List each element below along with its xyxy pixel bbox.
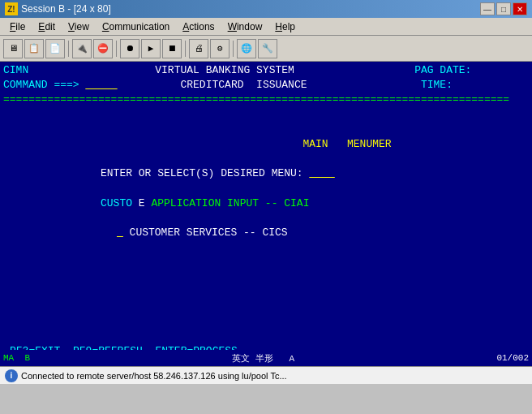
minimize-button[interactable]: — (480, 2, 495, 15)
terminal-blank1 (3, 108, 529, 123)
toolbar-sep2 (116, 41, 117, 57)
toolbar-globe[interactable]: 🌐 (237, 39, 256, 58)
bottom-left: MA B (3, 353, 30, 363)
terminal-blank9 (3, 285, 529, 300)
bottom-ma: MA (3, 353, 14, 363)
toolbar-tools[interactable]: 🔧 (258, 39, 277, 58)
status-text: Connected to remote server/host 58.246.1… (21, 371, 287, 381)
menu-communication[interactable]: Communication (96, 19, 176, 34)
terminal-enter-prompt: ENTER OR SELECT(S) DESIRED MENU: ____ (3, 166, 529, 181)
terminal-command-line: COMMAND ===> _____ CREDITCARD ISSUANCE T… (3, 78, 529, 93)
terminal-blank10 (3, 300, 529, 314)
window-title: Session B - [24 x 80] (21, 3, 111, 15)
bottom-center: 英文 半形 A (232, 352, 294, 364)
toolbar-print[interactable]: 🖨 (189, 39, 208, 58)
status-bar: i Connected to remote server/host 58.246… (0, 366, 532, 384)
bottom-right: 01/002 (496, 353, 529, 363)
terminal-area[interactable]: CIMN VIRTUAL BANKING SYSTEM PAG DATE: CO… (0, 62, 532, 350)
bottom-lang: 英文 半形 (232, 354, 273, 364)
toolbar-copy[interactable]: 📋 (24, 39, 44, 58)
terminal-blank4 (3, 182, 529, 196)
toolbar-settings[interactable]: ⚙ (210, 39, 230, 58)
terminal-blank2 (3, 123, 529, 137)
terminal-blank8 (3, 270, 529, 285)
toolbar-sep3 (185, 41, 186, 57)
title-bar: Z! Session B - [24 x 80] — □ ✕ (0, 0, 532, 18)
bottom-mode: A (290, 354, 295, 364)
toolbar-new[interactable]: 🖥 (3, 39, 23, 58)
menu-edit[interactable]: Edit (32, 19, 62, 34)
toolbar: 🖥 📋 📄 🔌 ⛔ ⏺ ▶ ⏹ 🖨 ⚙ 🌐 🔧 (0, 36, 532, 62)
terminal-blank11 (3, 314, 529, 329)
terminal-header: CIMN VIRTUAL BANKING SYSTEM PAG DATE: (3, 63, 529, 78)
app-icon: Z! (5, 2, 18, 15)
terminal-blank12 (3, 329, 529, 343)
bottom-tab: B (24, 353, 30, 363)
toolbar-play[interactable]: ▶ (141, 39, 161, 58)
terminal-blank6 (3, 240, 529, 255)
menu-file[interactable]: File (3, 19, 32, 34)
terminal-pf-keys: PF3=EXIT PF9=REFRESH ENTER=PROCESS (3, 344, 529, 350)
terminal-menu-item1: CUSTO E APPLICATION INPUT -- CIAI (3, 196, 529, 211)
terminal-blank5 (3, 211, 529, 226)
terminal-blank3 (3, 152, 529, 166)
toolbar-connect[interactable]: 🔌 (72, 39, 92, 58)
menu-window[interactable]: Window (221, 19, 269, 34)
toolbar-disconnect[interactable]: ⛔ (93, 39, 113, 58)
toolbar-stop[interactable]: ⏹ (162, 39, 182, 58)
menu-bar: File Edit View Communication Actions Win… (0, 18, 532, 36)
title-bar-left: Z! Session B - [24 x 80] (5, 2, 111, 15)
maximize-button[interactable]: □ (496, 2, 511, 15)
terminal-content: CIMN VIRTUAL BANKING SYSTEM PAG DATE: CO… (0, 62, 532, 350)
toolbar-sep4 (233, 41, 234, 57)
terminal-divider: ========================================… (3, 93, 529, 107)
menu-actions[interactable]: Actions (176, 19, 221, 34)
toolbar-paste[interactable]: 📄 (45, 39, 65, 58)
terminal-blank7 (3, 255, 529, 270)
status-icon: i (5, 369, 18, 382)
window-controls: — □ ✕ (480, 2, 527, 15)
terminal-bottom-bar1: MA B 英文 半形 A 01/002 (0, 350, 532, 366)
terminal-main-title: MAIN MENUMER (3, 137, 529, 152)
close-button[interactable]: ✕ (513, 2, 527, 15)
menu-help[interactable]: Help (268, 19, 302, 34)
toolbar-record[interactable]: ⏺ (120, 39, 139, 58)
menu-view[interactable]: View (62, 19, 96, 34)
terminal-menu-item2: _ CUSTOMER SERVICES -- CICS (3, 226, 529, 240)
toolbar-sep1 (68, 41, 69, 57)
